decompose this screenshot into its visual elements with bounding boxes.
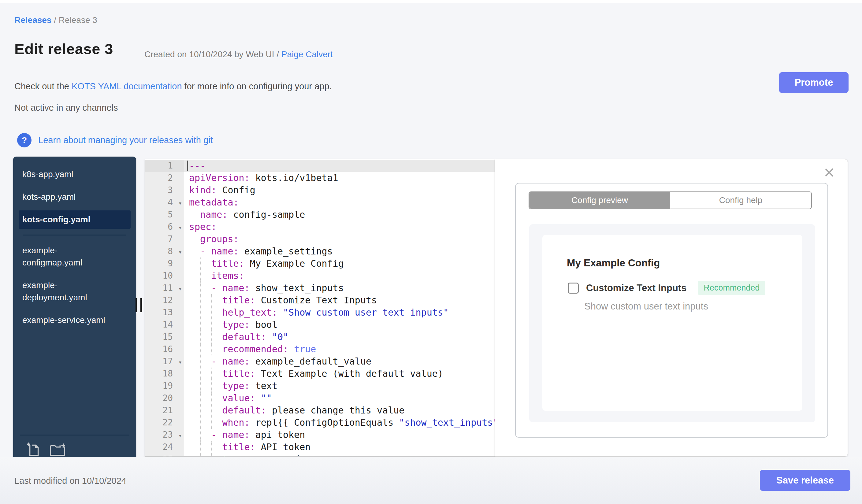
indent-guide (211, 306, 212, 319)
docs-post: for more info on configuring your app. (182, 81, 332, 91)
tab-config-help[interactable]: Config help (670, 192, 811, 209)
code-line[interactable]: - name: show_text_inputs (184, 282, 495, 294)
token-plain: My Example Config (245, 258, 344, 269)
code-line[interactable]: type: bool (184, 319, 495, 331)
code-line[interactable]: - name: api_token (184, 429, 495, 441)
code-line[interactable]: when: repl{{ ConfigOptionEquals "show_te… (184, 416, 495, 429)
code-line[interactable]: recommended: true (184, 343, 495, 355)
line-number: 16 (145, 343, 184, 355)
code-line[interactable]: title: Text Example (with default value) (184, 368, 495, 380)
new-file-icon[interactable] (25, 442, 41, 457)
indent-guide (200, 306, 201, 319)
token-key: default: (222, 405, 266, 416)
code-line[interactable]: metadata: (184, 196, 495, 209)
editor-code-area[interactable]: ---apiVersion: kots.io/v1beta1kind: Conf… (184, 160, 495, 456)
resize-handle-left[interactable] (135, 298, 143, 312)
close-icon[interactable] (823, 167, 835, 178)
editor-gutter: 1234▾56▾78▾91011▾121314151617▾1819202122… (145, 160, 184, 456)
token-string: "show_text_inputs" (399, 417, 495, 428)
indent-guide (211, 294, 212, 306)
indent-guide (211, 319, 212, 331)
fold-arrow-icon[interactable]: ▾ (178, 197, 182, 209)
code-line[interactable]: help_text: "Show custom user text inputs… (184, 306, 495, 319)
token-plain: example_settings (239, 246, 333, 256)
token-plain: kots.io/v1beta1 (250, 172, 338, 183)
indent-guide (200, 453, 201, 456)
author-link[interactable]: Paige Calvert (282, 50, 333, 59)
code-line[interactable]: apiVersion: kots.io/v1beta1 (184, 172, 495, 184)
indent-guide (200, 319, 201, 331)
indent-guide (200, 380, 201, 392)
config-group-title: My Example Config (567, 257, 660, 269)
docs-pre: Check out the (14, 81, 71, 91)
recommended-badge: Recommended (698, 281, 765, 295)
indent-guide (200, 331, 201, 343)
fold-arrow-icon[interactable]: ▾ (178, 222, 182, 234)
config-checkbox[interactable] (568, 282, 579, 294)
created-prefix: Created on 10/10/2024 by Web UI / (144, 50, 282, 59)
indent-guide (200, 429, 201, 441)
code-line[interactable]: kind: Config (184, 184, 495, 196)
code-line[interactable]: - name: example_default_value (184, 355, 495, 368)
token-plain (288, 344, 294, 355)
token-key: when: (222, 417, 250, 428)
sidebar-item-example-deployment-yaml[interactable]: example-deployment.yaml (19, 276, 131, 307)
config-item-label[interactable]: Customize Text Inputs (586, 282, 687, 294)
code-line[interactable]: name: config-sample (184, 209, 495, 221)
token-dash: - (200, 246, 211, 256)
code-line[interactable]: title: My Example Config (184, 257, 495, 270)
code-line[interactable]: items: (184, 270, 495, 282)
token-plain: repl{{ ConfigOptionEquals (250, 417, 399, 428)
sidebar-item-example-service-yaml[interactable]: example-service.yaml (19, 311, 131, 329)
sidebar-item-example-configmap-yaml[interactable]: example-configmap.yaml (19, 241, 131, 272)
page-title: Edit release 3 (14, 40, 113, 57)
breadcrumb: Releases / Release 3 (14, 15, 97, 25)
config-group-card: My Example Config Customize Text Inputs … (543, 235, 802, 411)
line-number: 24 (145, 441, 184, 453)
indent-guide (200, 294, 201, 306)
new-folder-icon[interactable] (49, 442, 66, 457)
save-release-button[interactable]: Save release (760, 470, 850, 491)
fold-arrow-icon[interactable]: ▾ (178, 356, 182, 368)
code-line[interactable]: - name: example_settings (184, 245, 495, 257)
token-plain: bool (250, 319, 277, 330)
sidebar-item-kots-config-yaml[interactable]: kots-config.yaml (19, 210, 131, 229)
fold-arrow-icon[interactable]: ▾ (178, 429, 182, 442)
token-key: type: (222, 454, 250, 456)
sidebar-bottom (13, 435, 136, 457)
fold-arrow-icon[interactable]: ▾ (178, 246, 182, 258)
breadcrumb-link-releases[interactable]: Releases (14, 15, 51, 25)
promote-button[interactable]: Promote (779, 72, 849, 93)
code-line[interactable]: title: API token (184, 441, 495, 453)
token-key: default: (222, 332, 266, 342)
tab-group: Config preview Config help (528, 191, 812, 209)
indent-guide (200, 355, 201, 368)
sidebar-item-k8s-app-yaml[interactable]: k8s-app.yaml (19, 165, 131, 184)
code-line[interactable]: title: Customize Text Inputs (184, 294, 495, 306)
code-editor[interactable]: 1234▾56▾78▾91011▾121314151617▾1819202122… (145, 159, 495, 456)
breadcrumb-separator: / (51, 15, 58, 25)
fold-arrow-icon[interactable]: ▾ (178, 282, 182, 295)
code-line[interactable]: --- (184, 160, 495, 172)
code-line[interactable]: type: text (184, 380, 495, 392)
code-line[interactable]: spec: (184, 221, 495, 233)
code-line[interactable]: default: "0" (184, 331, 495, 343)
learn-git-link[interactable]: Learn about managing your releases with … (38, 135, 213, 145)
code-line[interactable]: groups: (184, 233, 495, 245)
line-number: 19 (145, 380, 184, 392)
indent-guide (211, 416, 212, 429)
line-number: 11▾ (145, 282, 184, 294)
indent-guide (200, 368, 201, 380)
indent-guide (200, 392, 201, 404)
line-number: 9 (145, 257, 184, 270)
token-dash: - (211, 429, 222, 440)
docs-link[interactable]: KOTS YAML documentation (71, 81, 182, 91)
code-line[interactable]: default: please change this value (184, 404, 495, 416)
line-number: 13 (145, 306, 184, 319)
token-plain: example_default_value (250, 356, 371, 367)
code-line[interactable]: type: password (184, 453, 495, 456)
tab-config-preview[interactable]: Config preview (529, 192, 670, 209)
sidebar-item-kots-app-yaml[interactable]: kots-app.yaml (19, 188, 131, 206)
code-line[interactable]: value: "" (184, 392, 495, 404)
token-atom: true (294, 344, 316, 355)
